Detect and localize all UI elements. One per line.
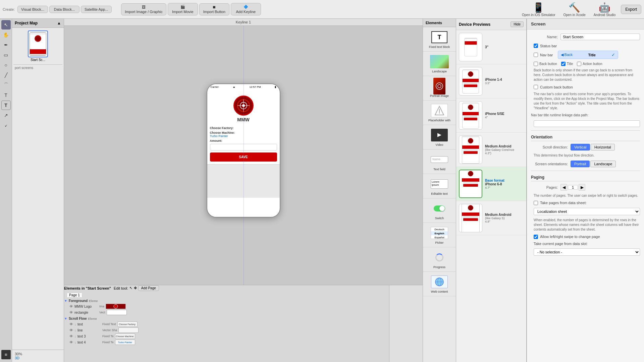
nav-bar-check-icon: ✓ [611,52,615,57]
status-bar-row: Status bar [531,44,640,48]
device-item-3inch[interactable]: 3" [456,30,526,64]
element-placeholder[interactable]: Placeholder with [423,101,456,125]
add-keyline-button[interactable]: 🔷 Add Keyline [231,3,261,15]
element-fixed-text-block[interactable]: T Fixed text block [423,27,456,52]
device-size-android43b: 4.3") [485,152,524,155]
nav-runtime-input[interactable] [534,120,640,127]
name-input[interactable] [560,34,640,40]
text4-row: 👁 ↓ text 4 Fixed Te Turbo Painter [64,339,389,345]
3d-label[interactable]: 3D [15,356,61,360]
device-item-iphone5se[interactable]: iPhone 5/SE 4" [456,99,526,133]
back-button-checkbox[interactable] [534,62,538,66]
export-button[interactable]: Export [621,5,641,14]
project-map-collapse-icon[interactable]: ▲ [57,21,61,25]
title-checkbox[interactable] [561,62,566,66]
arrow-tool-2[interactable]: ↙ [1,121,11,130]
status-bar-checkbox[interactable] [534,44,538,48]
nav-bar-label: Nav bar [540,53,553,57]
mmw-logo-eye-icon[interactable]: 👁 [69,304,73,308]
arrow-select-tool[interactable]: ↗ [1,111,11,120]
picker-icon: Deutsch English Español [430,226,449,240]
device-info-iphone14: iPhone 1-4 3.5" [485,78,524,85]
rectangle-eye-icon[interactable]: 👁 [69,310,73,314]
text1-type: Fixed Text [102,322,116,326]
import-graphic-button[interactable]: 🖼 Import Image / Graphic [121,3,166,15]
element-text-field[interactable]: Name Text field [423,149,456,174]
line-eye-icon[interactable]: 👁 [69,328,73,332]
element-editable-text[interactable]: Lorem ipsum Editable text [423,174,456,198]
canvas[interactable]: Carrier ▲ 12:57 PM ▮ [64,26,423,285]
text4-eye-icon[interactable]: 👁 [69,340,73,344]
landscape-button[interactable]: Landscape [590,161,616,167]
text1-eye-icon[interactable]: 👁 [69,322,73,326]
text3-preview: Choose Machine: [115,334,135,339]
device-item-iphone68[interactable]: Base format iPhone 6-8 4.7" [456,167,526,201]
visual-block-button[interactable]: Visual Block... [17,6,48,13]
scroll-direction-row: Scroll direction: Vertical Horizontal [531,144,640,150]
edit-select-tool-icon[interactable]: ↖ [129,286,132,290]
switch-widget [434,205,445,212]
element-landscape[interactable]: Landscape [423,52,456,76]
no-selection-select[interactable]: - No selection - [534,248,640,256]
action-button-checkbox[interactable] [577,62,581,66]
nav-bar-checkbox[interactable] [534,53,538,57]
bezier-tool[interactable]: ⌒ [1,80,11,90]
localization-sheet-select[interactable]: Localization sheet [534,208,640,215]
pages-value-input[interactable] [568,185,578,190]
center-panel: Keyline 1 Carrier ▲ 12:57 PM ▮ [64,19,423,362]
screen-switch-tool[interactable]: ⊞ [1,350,11,359]
screen-thumbnail[interactable]: Start Sc... [13,29,62,63]
placeholder-widget [431,104,448,117]
element-web-content[interactable]: Web content [423,272,456,296]
open-ios-simulator-button[interactable]: 📱 Open in iOS Simulator [519,1,558,18]
phone-battery-icon: ▮ [275,85,276,88]
picker-row-espanol: Español [431,235,448,239]
edit-move-tool-icon[interactable]: ✥ [134,286,137,290]
nav-bar-description: Back button is only shown if the user ca… [531,68,640,82]
scroll-horizontal-button[interactable]: Horizontal [591,144,615,150]
element-progress[interactable]: Progress [423,247,456,272]
device-size-android48: (like Galaxy S) [485,217,524,220]
hide-previews-button[interactable]: Hide [511,21,524,27]
element-switch[interactable]: Switch [423,198,456,223]
data-block-button[interactable]: Data Block... [49,6,79,13]
title-option-label: Title [567,62,573,66]
custom-back-checkbox[interactable] [534,85,538,89]
element-portrait-image[interactable]: Portrait image [423,76,456,101]
line-tool[interactable]: ╱ [1,70,11,80]
import-movie-button[interactable]: 🎬 Import Movie [168,3,198,15]
text-tool-2[interactable]: T [1,101,11,110]
pages-increment-button[interactable]: ▶ [579,184,585,191]
text3-eye-icon[interactable]: 👁 [69,334,73,338]
text-tool[interactable]: T [1,90,11,100]
select-tool[interactable]: ↖ [1,20,11,29]
element-picker[interactable]: Deutsch English Español Picker [423,223,456,247]
hand-tool[interactable]: ✋ [1,30,11,40]
pen-tool[interactable]: ✒ [1,40,11,50]
switch-label: Switch [435,217,444,220]
pages-decrement-button[interactable]: ◀ [560,184,567,191]
nav-bar-preview: ◀ Back Title ✓ [558,51,618,59]
placeholder-label: Placeholder with [428,119,450,122]
element-video[interactable]: Video [423,125,456,149]
scroll-vertical-button[interactable]: Vertical [571,144,590,150]
add-page-button[interactable]: Add Page [138,285,159,291]
elements-in-label: Elements in "Start Screen" [64,286,111,290]
import-button-button[interactable]: ⏹ Import Button [199,3,229,15]
android-studio-button[interactable]: 🤖 Android Studio [591,1,619,18]
device-item-iphone14[interactable]: iPhone 1-4 3.5" [456,64,526,99]
foreground-group: ▼ Foreground Eleme 👁 MMW Logo Ima [64,298,389,315]
device-name-android48: Medium Android [485,213,524,217]
ellipse-tool[interactable]: ○ [1,60,11,70]
take-pages-row: Take pages from data sheet: [531,201,640,205]
device-item-android48[interactable]: Medium Android (like Galaxy S) 4.8" [456,201,526,235]
custom-back-label: Custom back button [540,85,573,89]
satellite-app-button[interactable]: Satellite App... [81,6,112,13]
portrait-button[interactable]: Portrait [571,161,590,167]
device-item-android43[interactable]: Medium Android (like Galaxy Core/Ace 4.3… [456,133,526,167]
open-xcode-button[interactable]: 🔨 Open in Xcode [561,1,588,18]
scroll-flow-type: Eleme [88,317,97,320]
allow-swipe-checkbox[interactable] [534,235,538,239]
rectangle-tool[interactable]: ▭ [1,50,11,60]
take-pages-checkbox[interactable] [534,201,538,205]
